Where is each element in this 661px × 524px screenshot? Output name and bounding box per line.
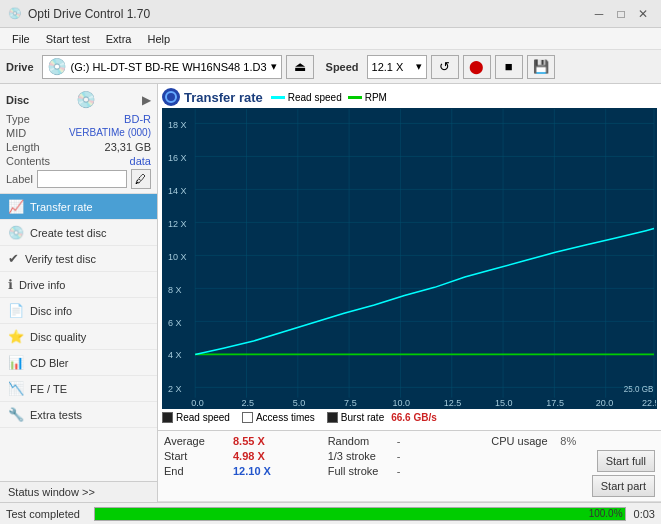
statusbar: Test completed 100.0% 0:03 xyxy=(0,502,661,524)
minimize-button[interactable]: ─ xyxy=(589,4,609,24)
disc-contents-key: Contents xyxy=(6,155,50,167)
record-button[interactable]: ⬤ xyxy=(463,55,491,79)
nav-label-disc-quality: Disc quality xyxy=(30,331,86,343)
drive-label: Drive xyxy=(6,61,34,73)
read-speed-legend-label: Read speed xyxy=(288,92,342,103)
fe-te-icon: 📉 xyxy=(8,381,24,396)
svg-text:0.0: 0.0 xyxy=(191,398,204,408)
close-button[interactable]: ✕ xyxy=(633,4,653,24)
rpm-legend-label: RPM xyxy=(365,92,387,103)
titlebar: 💿 Opti Drive Control 1.70 ─ □ ✕ xyxy=(0,0,661,28)
disc-type-key: Type xyxy=(6,113,30,125)
nav-item-verify-test-disc[interactable]: ✔ Verify test disc xyxy=(0,246,157,272)
svg-text:10.0: 10.0 xyxy=(392,398,410,408)
speed-dropdown-icon: ▾ xyxy=(416,60,422,73)
verify-test-disc-icon: ✔ xyxy=(8,251,19,266)
app-title: Opti Drive Control 1.70 xyxy=(28,7,587,21)
svg-rect-0 xyxy=(163,109,656,408)
disc-arrow-icon: ▶ xyxy=(142,93,151,107)
stats-area: Average 8.55 X Start 4.98 X End 12.10 X … xyxy=(158,431,661,502)
save-button[interactable]: 💾 xyxy=(527,55,555,79)
svg-text:12.5: 12.5 xyxy=(444,398,462,408)
status-text: Test completed xyxy=(6,508,86,520)
disc-length-val: 23,31 GB xyxy=(105,141,151,153)
svg-text:25.0 GB: 25.0 GB xyxy=(624,384,653,393)
stop-button[interactable]: ■ xyxy=(495,55,523,79)
drive-select[interactable]: 💿 (G:) HL-DT-ST BD-RE WH16NS48 1.D3 ▾ xyxy=(42,55,282,79)
drive-info-icon: ℹ xyxy=(8,277,13,292)
nav-item-transfer-rate[interactable]: 📈 Transfer rate xyxy=(0,194,157,220)
refresh-button[interactable]: ↺ xyxy=(431,55,459,79)
drive-value: (G:) HL-DT-ST BD-RE WH16NS48 1.D3 xyxy=(71,61,267,73)
chart-svg: 18 X 16 X 14 X 12 X 10 X 8 X 6 X 4 X 2 X xyxy=(163,109,656,408)
average-key: Average xyxy=(164,435,229,447)
maximize-button[interactable]: □ xyxy=(611,4,631,24)
disc-section: Disc 💿 ▶ Type BD-R MID VERBATIMe (000) L… xyxy=(0,84,157,194)
drive-icon: 💿 xyxy=(47,57,67,76)
start-part-button[interactable]: Start part xyxy=(592,475,655,497)
svg-text:15.0: 15.0 xyxy=(495,398,513,408)
progress-percent: 100.0% xyxy=(589,508,623,520)
nav-label-cd-bler: CD Bler xyxy=(30,357,69,369)
menu-help[interactable]: Help xyxy=(139,31,178,47)
svg-text:7.5: 7.5 xyxy=(344,398,357,408)
nav-label-fe-te: FE / TE xyxy=(30,383,67,395)
nav-item-disc-quality[interactable]: ⭐ Disc quality xyxy=(0,324,157,350)
nav-item-drive-info[interactable]: ℹ Drive info xyxy=(0,272,157,298)
nav-label-create-test-disc: Create test disc xyxy=(30,227,106,239)
end-key: End xyxy=(164,465,229,477)
status-window-label: Status window >> xyxy=(8,486,95,498)
cpu-key: CPU usage xyxy=(491,435,556,447)
chart-legend-row: Read speed Access times Burst rate 66.6 … xyxy=(162,409,657,426)
disc-label-input[interactable] xyxy=(37,170,127,188)
disc-quality-icon: ⭐ xyxy=(8,329,24,344)
speed-select[interactable]: 12.1 X ▾ xyxy=(367,55,427,79)
extra-tests-icon: 🔧 xyxy=(8,407,24,422)
nav-item-cd-bler[interactable]: 📊 CD Bler xyxy=(0,350,157,376)
status-window-button[interactable]: Status window >> xyxy=(0,481,157,502)
disc-info-icon: 📄 xyxy=(8,303,24,318)
menubar: File Start test Extra Help xyxy=(0,28,661,50)
stats-col-2: Random - 1/3 stroke - Full stroke - xyxy=(328,435,492,497)
svg-text:6 X: 6 X xyxy=(168,317,182,327)
right-panel: Transfer rate Read speed RPM xyxy=(158,84,661,502)
burst-rate-value: 66.6 GB/s xyxy=(391,412,437,423)
read-speed-checkbox-label: Read speed xyxy=(176,412,230,423)
rpm-legend-color xyxy=(348,96,362,99)
access-times-checkbox[interactable] xyxy=(242,412,253,423)
nav-items: 📈 Transfer rate 💿 Create test disc ✔ Ver… xyxy=(0,194,157,481)
svg-text:22.5: 22.5 xyxy=(642,398,656,408)
nav-label-verify-test-disc: Verify test disc xyxy=(25,253,96,265)
svg-text:10 X: 10 X xyxy=(168,251,187,261)
nav-item-extra-tests[interactable]: 🔧 Extra tests xyxy=(0,402,157,428)
nav-item-disc-info[interactable]: 📄 Disc info xyxy=(0,298,157,324)
nav-label-drive-info: Drive info xyxy=(19,279,65,291)
disc-icon: 💿 xyxy=(76,90,96,109)
progress-bar: 100.0% xyxy=(94,507,626,521)
disc-contents-val: data xyxy=(130,155,151,167)
full-stroke-key: Full stroke xyxy=(328,465,393,477)
disc-mid-val: VERBATIMe (000) xyxy=(69,127,151,139)
svg-text:16 X: 16 X xyxy=(168,152,187,162)
menu-start-test[interactable]: Start test xyxy=(38,31,98,47)
menu-extra[interactable]: Extra xyxy=(98,31,140,47)
menu-file[interactable]: File xyxy=(4,31,38,47)
progress-bar-fill xyxy=(95,508,625,520)
svg-text:8 X: 8 X xyxy=(168,284,182,294)
eject-button[interactable]: ⏏ xyxy=(286,55,314,79)
svg-text:2.5: 2.5 xyxy=(241,398,254,408)
burst-rate-checkbox[interactable] xyxy=(327,412,338,423)
disc-label-key: Label xyxy=(6,173,33,185)
svg-text:5.0: 5.0 xyxy=(293,398,306,408)
start-full-button[interactable]: Start full xyxy=(597,450,655,472)
random-val: - xyxy=(397,435,401,447)
chart-area: 18 X 16 X 14 X 12 X 10 X 8 X 6 X 4 X 2 X xyxy=(162,108,657,409)
chart-icon xyxy=(162,88,180,106)
nav-item-fe-te[interactable]: 📉 FE / TE xyxy=(0,376,157,402)
nav-label-extra-tests: Extra tests xyxy=(30,409,82,421)
disc-label-button[interactable]: 🖊 xyxy=(131,169,151,189)
svg-text:20.0: 20.0 xyxy=(596,398,614,408)
nav-item-create-test-disc[interactable]: 💿 Create test disc xyxy=(0,220,157,246)
read-speed-checkbox[interactable] xyxy=(162,412,173,423)
speed-value: 12.1 X xyxy=(372,61,404,73)
